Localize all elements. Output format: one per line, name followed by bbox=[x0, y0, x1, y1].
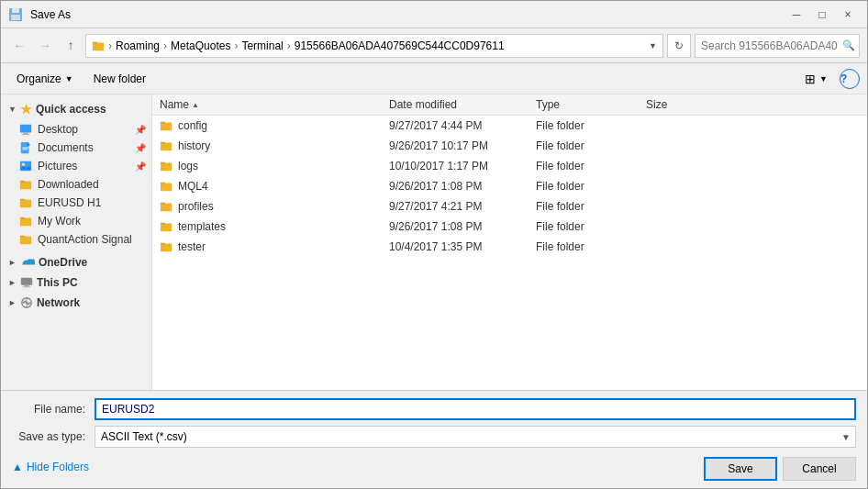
sidebar-item-quantaction[interactable]: QuantAction Signal bbox=[1, 230, 151, 249]
path-roaming[interactable]: Roaming bbox=[116, 39, 160, 52]
file-type: File folder bbox=[536, 240, 646, 253]
sidebar-quantaction-label: QuantAction Signal bbox=[38, 233, 132, 246]
network-icon bbox=[20, 296, 33, 309]
pictures-icon bbox=[19, 160, 32, 172]
search-input[interactable] bbox=[701, 39, 839, 52]
svg-rect-20 bbox=[20, 236, 25, 238]
file-name: history bbox=[178, 139, 210, 152]
hide-folders-button[interactable]: ▲ Hide Folders bbox=[12, 461, 89, 473]
table-row[interactable]: tester 10/4/2017 1:35 PM File folder bbox=[152, 237, 867, 257]
search-icon: 🔍 bbox=[842, 39, 855, 51]
svg-rect-28 bbox=[161, 122, 165, 124]
path-hash[interactable]: 915566BA06ADA407569C544CC0D97611 bbox=[295, 39, 505, 52]
sidebar-downloaded-label: Downloaded bbox=[38, 178, 99, 191]
sort-icon: ▲ bbox=[192, 101, 199, 109]
documents-pin-icon: 📌 bbox=[135, 143, 146, 153]
file-name: config bbox=[178, 119, 207, 132]
thispc-icon bbox=[20, 276, 33, 289]
col-header-date[interactable]: Date modified bbox=[389, 98, 536, 111]
svg-rect-33 bbox=[161, 183, 172, 192]
save-label: Save bbox=[728, 462, 752, 475]
organize-button[interactable]: Organize ▼ bbox=[8, 67, 82, 91]
forward-button: → bbox=[34, 35, 56, 57]
sidebar-item-eurusd[interactable]: EURUSD H1 bbox=[1, 194, 151, 212]
organize-chevron-icon: ▼ bbox=[65, 74, 73, 83]
path-dropdown-icon[interactable]: ▼ bbox=[649, 41, 657, 50]
svg-rect-21 bbox=[21, 278, 32, 285]
table-row[interactable]: logs 10/10/2017 1:17 PM File folder bbox=[152, 156, 867, 176]
help-button[interactable]: ? bbox=[840, 69, 860, 89]
path-terminal[interactable]: Terminal bbox=[241, 39, 283, 52]
folder-icon bbox=[160, 220, 172, 233]
network-header[interactable]: ► Network bbox=[1, 293, 151, 313]
file-date: 9/26/2017 1:08 PM bbox=[389, 220, 536, 233]
file-date: 10/4/2017 1:35 PM bbox=[389, 240, 536, 253]
quick-access-label: Quick access bbox=[36, 103, 106, 116]
refresh-button[interactable]: ↻ bbox=[667, 34, 691, 58]
thispc-header[interactable]: ► This PC bbox=[1, 272, 151, 293]
sidebar-mywork-label: My Work bbox=[38, 215, 81, 228]
table-row[interactable]: history 9/26/2017 10:17 PM File folder bbox=[152, 136, 867, 156]
view-chevron-icon: ▼ bbox=[819, 74, 828, 83]
view-button[interactable]: ⊞ ▼ bbox=[796, 67, 836, 91]
search-box[interactable]: 🔍 bbox=[695, 34, 860, 58]
svg-rect-13 bbox=[20, 182, 31, 190]
svg-rect-22 bbox=[24, 285, 28, 287]
folder-icon bbox=[160, 139, 172, 152]
save-as-type-label: Save as type: bbox=[12, 430, 95, 443]
sidebar-item-mywork[interactable]: My Work bbox=[1, 212, 151, 230]
bottom-area: File name: Save as type: ASCII Text (*.c… bbox=[1, 390, 867, 488]
file-name: templates bbox=[178, 220, 226, 233]
sidebar-item-documents[interactable]: Documents 📌 bbox=[1, 139, 151, 157]
address-path[interactable]: › Roaming › MetaQuotes › Terminal › 9155… bbox=[85, 34, 663, 58]
svg-rect-34 bbox=[161, 183, 165, 184]
file-name-label: File name: bbox=[12, 403, 95, 416]
up-button[interactable]: ↑ bbox=[60, 35, 82, 57]
hide-folders-label: Hide Folders bbox=[27, 461, 89, 473]
table-row[interactable]: profiles 9/27/2017 4:21 PM File folder bbox=[152, 196, 867, 217]
dialog-title: Save As bbox=[30, 8, 71, 21]
table-row[interactable]: templates 9/26/2017 1:08 PM File folder bbox=[152, 217, 867, 237]
svg-rect-27 bbox=[161, 123, 172, 131]
sidebar-item-desktop[interactable]: Desktop 📌 bbox=[1, 120, 151, 139]
file-type: File folder bbox=[536, 200, 646, 213]
svg-rect-6 bbox=[23, 133, 28, 135]
folder-icon bbox=[160, 160, 172, 172]
col-header-name[interactable]: Name ▲ bbox=[160, 98, 389, 111]
svg-rect-29 bbox=[161, 143, 172, 151]
file-date: 10/10/2017 1:17 PM bbox=[389, 160, 536, 172]
quick-access-header[interactable]: ▼ ★ Quick access bbox=[1, 98, 151, 120]
path-metaquotes[interactable]: MetaQuotes bbox=[171, 39, 230, 52]
table-row[interactable]: config 9/27/2017 4:44 PM File folder bbox=[152, 116, 867, 136]
svg-rect-14 bbox=[20, 181, 25, 183]
save-as-type-select[interactable]: ASCII Text (*.csv)CSV Files (*.csv)All F… bbox=[95, 426, 856, 448]
quick-access-star-icon: ★ bbox=[20, 102, 32, 117]
table-row[interactable]: MQL4 9/26/2017 1:08 PM File folder bbox=[152, 176, 867, 196]
close-button[interactable]: × bbox=[836, 5, 860, 25]
thispc-chevron-icon: ► bbox=[8, 278, 17, 287]
cancel-button[interactable]: Cancel bbox=[783, 457, 856, 481]
sidebar-eurusd-label: EURUSD H1 bbox=[38, 196, 101, 209]
svg-rect-36 bbox=[161, 203, 165, 205]
onedrive-label: OneDrive bbox=[39, 256, 87, 269]
sidebar-item-downloaded[interactable]: Downloaded bbox=[1, 175, 151, 194]
maximize-button[interactable]: □ bbox=[810, 5, 834, 25]
save-as-type-wrapper: ASCII Text (*.csv)CSV Files (*.csv)All F… bbox=[95, 426, 856, 448]
file-type: File folder bbox=[536, 119, 646, 132]
minimize-button[interactable]: ─ bbox=[785, 5, 808, 25]
svg-rect-40 bbox=[161, 243, 165, 245]
organize-label: Organize bbox=[17, 72, 61, 85]
new-folder-button[interactable]: New folder bbox=[85, 67, 154, 91]
sidebar-item-pictures[interactable]: Pictures 📌 bbox=[1, 157, 151, 175]
file-name: profiles bbox=[178, 200, 214, 213]
svg-rect-2 bbox=[11, 15, 20, 20]
hide-folders-chevron-icon: ▲ bbox=[12, 461, 23, 473]
onedrive-header[interactable]: ► OneDrive bbox=[1, 252, 151, 272]
col-header-type[interactable]: Type bbox=[536, 98, 646, 111]
svg-rect-30 bbox=[161, 142, 165, 144]
save-button[interactable]: Save bbox=[704, 457, 777, 481]
file-name-input[interactable] bbox=[95, 398, 856, 420]
col-header-size[interactable]: Size bbox=[646, 98, 719, 111]
svg-rect-35 bbox=[161, 204, 172, 212]
svg-rect-19 bbox=[20, 237, 31, 245]
